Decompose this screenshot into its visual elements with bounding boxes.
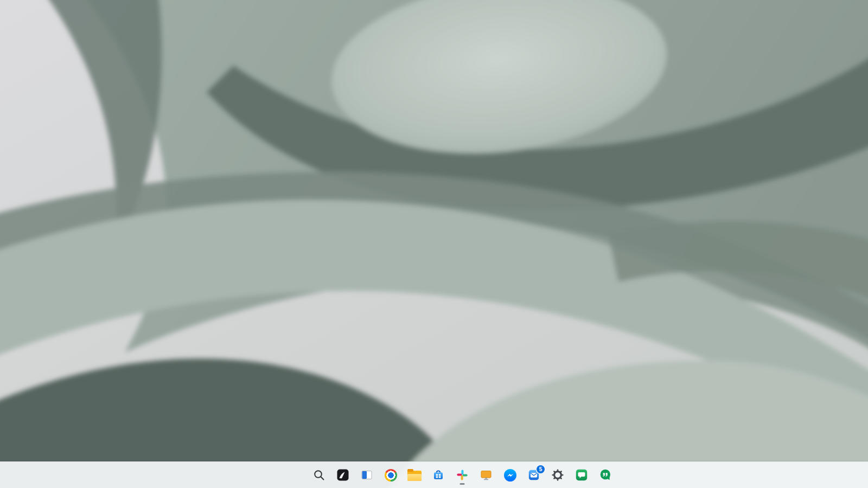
chrome-button[interactable]: [380, 464, 401, 486]
microsoft-store-icon: [431, 468, 445, 482]
messenger-button[interactable]: [499, 464, 521, 486]
slack-button[interactable]: [451, 464, 473, 486]
settings-button[interactable]: [547, 464, 569, 486]
taskbar: 5: [0, 461, 868, 488]
windows-start-icon: [289, 469, 301, 481]
green-chat-app-icon: [575, 468, 589, 482]
taskbar-icon-group: 5: [284, 462, 616, 488]
monitor-app-icon: [479, 468, 493, 482]
dark-app-button[interactable]: [332, 464, 354, 486]
messenger-icon: [503, 468, 517, 482]
notification-badge: 5: [537, 465, 545, 473]
green-chat-app-button[interactable]: [571, 464, 592, 486]
start-button[interactable]: [284, 464, 306, 486]
monitor-app-button[interactable]: [475, 464, 497, 486]
microsoft-store-button[interactable]: [427, 464, 449, 486]
slack-icon: [455, 468, 469, 482]
running-indicator: [460, 483, 465, 485]
mail-button[interactable]: 5: [523, 464, 545, 486]
search-icon: [312, 468, 326, 482]
search-button[interactable]: [308, 464, 330, 486]
hangouts-button[interactable]: [595, 464, 616, 486]
split-window-app-button[interactable]: [356, 464, 378, 486]
hangouts-icon: [598, 468, 612, 482]
settings-gear-icon: [551, 468, 565, 482]
file-explorer-button[interactable]: [404, 464, 425, 486]
desktop[interactable]: 5: [0, 0, 868, 488]
file-explorer-icon: [407, 468, 422, 482]
split-window-app-icon: [360, 468, 374, 482]
wallpaper-image: [0, 0, 868, 488]
chrome-icon: [384, 468, 398, 482]
dark-app-icon: [336, 468, 350, 482]
